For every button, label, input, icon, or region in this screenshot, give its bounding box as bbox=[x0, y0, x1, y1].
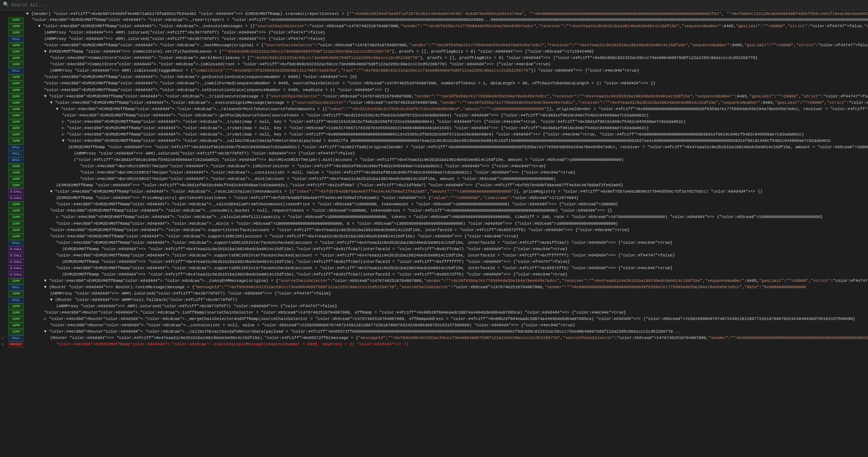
badge-call: CALL bbox=[8, 144, 24, 151]
trace-line: JUMP(EVM2EVMOffRamp "color:#d4d4d4">=> "… bbox=[0, 183, 868, 189]
line-text: "color:#4ec9b0">EVM2EVMOffRamp"color:#d4… bbox=[43, 87, 867, 93]
line-text: "color:#4ec9b0">EVM2EVMOffRamp"color:#d4… bbox=[31, 17, 868, 23]
badge-jump: JUMP bbox=[8, 202, 24, 208]
line-text: ▼ (Router "color:#d4d4d4">=> Router).rou… bbox=[43, 285, 867, 290]
trace-line: JUMP▼ "color:#4ec9b0">EVM2EVMOffRamp"col… bbox=[0, 24, 868, 30]
trace-line: JUMP"color:#4ec9b0">BurnMintERC677Helper… bbox=[0, 170, 868, 176]
line-text: "color:#4ec9b0">EVM2EVMOffRamp"color:#d4… bbox=[49, 208, 867, 214]
trace-line: CALL▼ (Router "color:#d4d4d4">=> ARMProx… bbox=[0, 297, 868, 304]
trace-line: JUMP▷ "color:#4ec9b0">EVM2EVMOffRamp"col… bbox=[0, 119, 868, 125]
line-text: "color:#4ec9b0">EVM2EVMOffRamp"color:#d4… bbox=[55, 342, 867, 348]
badge-jump: JUMP bbox=[8, 43, 24, 49]
trace-line: JUMP(ARMProxy "color:#d4d4d4">=> ARM).is… bbox=[0, 291, 868, 297]
badge-jump: JUMP bbox=[8, 329, 24, 335]
trace-line: JUMP"color:#4ec9b0">CommitStore"color:#d… bbox=[0, 62, 868, 68]
line-text: "color:#4ec9b0">EVM2EVMOffRamp"color:#d4… bbox=[55, 265, 867, 271]
line-text: ▷ "color:#4ec9b0">Router"color:#d4d4d4">… bbox=[43, 316, 867, 322]
badge-jump: JUMP bbox=[8, 164, 24, 170]
badge-jump: JUMP bbox=[8, 55, 24, 62]
trace-line: JUMP"color:#4ec9b0">EVM2EVMOffRamp"color… bbox=[0, 81, 868, 87]
badge-jump: JUMP bbox=[8, 74, 24, 81]
line-text: ("color:#4fc1ff">0x38d1ef9619cd40cf5482c… bbox=[73, 157, 867, 163]
line-text: "color:#4ec9b0">EVM2EVMOffRamp"color:#d4… bbox=[49, 227, 867, 233]
trace-line: JUMP▼ "color:#4ec9b0">EVM2EVMOffRamp"col… bbox=[0, 94, 868, 100]
badge-jump: JUMP bbox=[8, 81, 24, 87]
trace-line: JUMP"color:#4ec9b0">EVM2EVMOffRamp"color… bbox=[0, 113, 868, 119]
search-icon: 🔍 bbox=[3, 1, 9, 9]
badge-jump: JUMP bbox=[8, 170, 24, 176]
badge-jump: JUMP bbox=[8, 94, 24, 100]
trace-line: JUMP"color:#4ec9b0">BurnMintERC677Helper… bbox=[0, 164, 868, 170]
badge-scall: S:CALL bbox=[8, 195, 24, 202]
line-text: "color:#4ec9b0">EVM2EVMOffRamp"color:#d4… bbox=[55, 253, 867, 259]
line-text: (EVM2EVMOffRamp "color:#d4d4d4">=> "colo… bbox=[61, 246, 867, 252]
trace-line: JUMP"color:#4ec9b0">EVM2EVMOffRamp"color… bbox=[0, 87, 868, 94]
trace-line: JUMP▷ "color:#4ec9b0">Router"color:#d4d4… bbox=[0, 316, 868, 323]
badge-jump: JUMP bbox=[8, 214, 24, 221]
trace-line: CALL(ARMProxy "color:#d4d4d4">=> ARM).is… bbox=[0, 151, 868, 157]
badge-call: CALL bbox=[8, 297, 24, 304]
badge-jump: JUMP bbox=[8, 132, 24, 138]
trace-line: JUMP▼ "color:#4ec9b0">EVM2EVMOffRamp"col… bbox=[0, 100, 868, 106]
badge-jump: JUMP bbox=[8, 291, 24, 297]
badge-jump: JUMP bbox=[8, 278, 24, 285]
trace-line: S:CALL(EVM2EVMOffRamp "color:#d4d4d4">=>… bbox=[0, 195, 868, 202]
warning-icon: ⚠ bbox=[1, 335, 7, 341]
line-text: "color:#4ec9b0">CommitStore"color:#d4d4d… bbox=[49, 55, 867, 61]
trace-line: JUMP"color:#4ec9b0">EVM2EVMOffRamp"color… bbox=[0, 17, 868, 24]
trace-line: CALL(EVM2EVMOffRamp "color:#d4d4d4">=> "… bbox=[0, 144, 868, 151]
line-text: (ARMProxy "color:#d4d4d4">=> ARM).isBles… bbox=[49, 68, 867, 74]
trace-line: S:CALL"color:#4ec9b0">EVM2EVMOffRamp"col… bbox=[0, 253, 868, 259]
badge-jump: JUMP bbox=[8, 310, 24, 316]
top-bar: 🔍 bbox=[0, 0, 868, 10]
badge-jump: JUMP bbox=[8, 234, 24, 240]
badge-scall: S:CALL bbox=[8, 272, 24, 278]
line-text: ▼ "color:#4ec9b0">EVM2EVMOffRamp"color:#… bbox=[49, 100, 868, 106]
badge-jump: JUMP bbox=[8, 316, 24, 323]
line-text: ▼ "color:#4ec9b0">EVM2EVMOffRamp"color:#… bbox=[37, 24, 868, 29]
line-text: "color:#4ec9b0">BurnMintERC677Helper"col… bbox=[79, 164, 867, 170]
badge-jump: JUMP bbox=[8, 119, 24, 125]
line-text: "color:#4ec9b0">EVM2EVMOffRamp"color:#d4… bbox=[43, 43, 868, 49]
trace-line: S:CALL(EVM2EVMOffRamp "color:#d4d4d4">=>… bbox=[0, 272, 868, 278]
line-text: "color:#4ec9b0">EVM2EVMOffRamp"color:#d4… bbox=[55, 221, 867, 227]
badge-jump: JUMP bbox=[8, 87, 24, 94]
trace-line: JUMP"color:#4ec9b0">EVM2EVMOffRamp"color… bbox=[0, 43, 868, 49]
line-text: ▼ EVM2EVMOffRamp "color:#d4d4d4">=> Comm… bbox=[43, 49, 867, 55]
search-input[interactable] bbox=[11, 3, 86, 8]
trace-line: JUMP"color:#4ec9b0">EVM2EVMOffRamp"color… bbox=[0, 221, 868, 227]
badge-jump: JUMP bbox=[8, 113, 24, 119]
badge-call: CALL bbox=[8, 285, 24, 291]
trace-line: JUMP(ARMProxy "color:#d4d4d4">=> ARM).is… bbox=[0, 304, 868, 310]
trace-line: ▼ {Sender} "color:#4fc1ff">0x9e587c646d4… bbox=[0, 11, 868, 17]
badge-jump: JUMP bbox=[8, 221, 24, 227]
line-text: ▼ {Sender} "color:#4fc1ff">0x9e587c646d4… bbox=[25, 11, 868, 17]
trace-line: CALL(ARMProxy "color:#d4d4d4">=> ARM).is… bbox=[0, 68, 868, 74]
badge-jump: JUMP bbox=[8, 106, 24, 113]
trace-line: S:CALL"color:#4ec9b0">EVM2EVMOffRamp"col… bbox=[0, 265, 868, 272]
line-text: "color:#4ec9b0">Router"color:#d4d4d4">."… bbox=[43, 310, 867, 316]
trace-line: JUMP"color:#4ec9b0">CommitStore"color:#d… bbox=[0, 55, 868, 62]
trace-line: JUMP"color:#4ec9b0">EVM2EVMOffRamp"color… bbox=[0, 227, 868, 234]
line-text: (EVM2EVMOffRamp "color:#d4d4d4">=> "colo… bbox=[61, 272, 867, 278]
line-text: (Router "color:#d4d4d4">=> "color:#4fc1f… bbox=[49, 335, 868, 341]
line-text: ▷ "color:#4ec9b0">EVM2EVMOffRamp"color:#… bbox=[61, 119, 867, 125]
line-text: (EVM2EVMOffRamp "color:#d4d4d4">=> "colo… bbox=[61, 259, 867, 265]
line-text: ▼ (Router "color:#d4d4d4">=> ARMProxy).f… bbox=[49, 297, 867, 303]
trace-line: S:CALL(EVM2EVMOffRamp "color:#d4d4d4">=>… bbox=[0, 259, 868, 265]
line-text: ▷ "color:#4ec9b0">EVM2EVMOffRamp"color:#… bbox=[61, 125, 867, 131]
trace-line: JUMP"color:#4ec9b0">EVM2EVMOffRamp"color… bbox=[0, 208, 868, 214]
trace-line: JUMP"color:#4ec9b0">EVM2EVMOffRamp"color… bbox=[0, 234, 868, 240]
trace-container[interactable]: ▼ {Sender} "color:#4fc1ff">0x9e587c646d4… bbox=[0, 10, 868, 457]
line-text: "color:#4ec9b0">EVM2EVMOffRamp"color:#d4… bbox=[55, 202, 867, 208]
line-text: ▼ "color:#4ec9b0">EVM2EVMOffRamp"color:#… bbox=[55, 106, 868, 112]
badge-jump: JUMP bbox=[8, 138, 24, 144]
badge-call: CALL bbox=[8, 240, 24, 246]
line-text: (ARMProxy "color:#d4d4d4">=> ARM).isCurs… bbox=[55, 304, 867, 310]
badge-revert: REVERT bbox=[8, 342, 24, 348]
trace-line: S:CALL▼ "color:#4ec9b0">EVM2EVMOffRamp"c… bbox=[0, 189, 868, 195]
trace-line: JUMP(ARMProxy "color:#d4d4d4">=> ARM).is… bbox=[0, 30, 868, 36]
badge-jump: JUMP bbox=[8, 24, 24, 30]
trace-line: JUMP▼ EVM2EVMOffRamp "color:#d4d4d4">=> … bbox=[0, 49, 868, 55]
line-text: "color:#4ec9b0">BurnMintERC677Helper"col… bbox=[79, 176, 867, 182]
